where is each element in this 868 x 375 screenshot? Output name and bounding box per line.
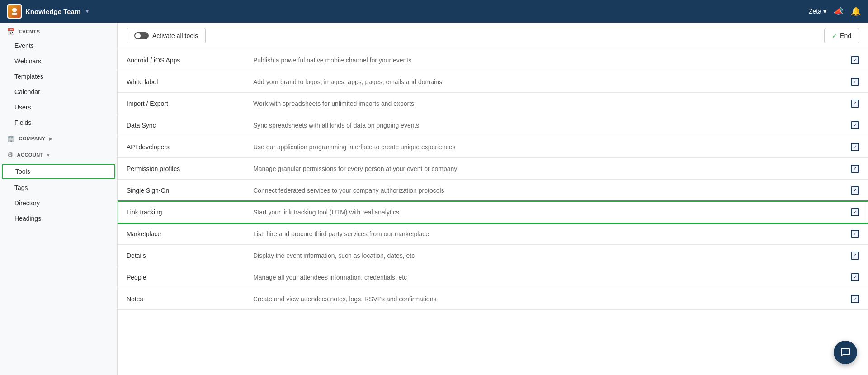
tool-name: Import / Export xyxy=(118,93,244,114)
end-button[interactable]: ✓ End xyxy=(824,28,859,43)
sidebar-item-calendar-label: Calendar xyxy=(14,88,40,95)
tool-checkbox[interactable]: ✓ xyxy=(851,252,859,260)
table-row: White label Add your brand to logos, ima… xyxy=(118,71,868,93)
tool-checkbox-cell: ✓ xyxy=(841,288,868,310)
tool-description: Connect federated services to your compa… xyxy=(244,180,841,201)
user-chevron-icon: ▾ xyxy=(823,8,826,15)
app-logo xyxy=(7,4,22,19)
table-row: Notes Create and view attendees notes, l… xyxy=(118,288,868,310)
table-row: Permission profiles Manage granular perm… xyxy=(118,158,868,180)
account-icon: ⚙ xyxy=(7,151,14,158)
tool-checkbox[interactable]: ✓ xyxy=(851,295,859,303)
tool-checkbox[interactable]: ✓ xyxy=(851,230,859,238)
tool-checkbox[interactable]: ✓ xyxy=(851,143,859,151)
tool-checkbox[interactable]: ✓ xyxy=(851,56,859,64)
tool-checkbox[interactable]: ✓ xyxy=(851,273,859,281)
tool-checkbox-cell: ✓ xyxy=(841,158,868,180)
toggle-icon xyxy=(134,32,149,39)
nav-left: Knowledge Team ▾ xyxy=(7,4,89,19)
sidebar-item-templates-label: Templates xyxy=(14,73,43,80)
tool-description: Sync spreadsheets with all kinds of data… xyxy=(244,114,841,136)
tool-checkbox[interactable]: ✓ xyxy=(851,208,859,216)
tool-description: Add your brand to logos, images, apps, p… xyxy=(244,71,841,93)
tool-checkbox-cell: ✓ xyxy=(841,223,868,245)
top-nav: Knowledge Team ▾ Zeta ▾ 📣 🔔 xyxy=(0,0,868,23)
sidebar-item-headings[interactable]: Headings xyxy=(0,211,117,226)
sidebar-item-fields[interactable]: Fields xyxy=(0,115,117,130)
events-section-header: 📅 EVENTS xyxy=(0,23,117,38)
sidebar-item-tags-label: Tags xyxy=(14,184,28,191)
workspace-chevron-icon[interactable]: ▾ xyxy=(86,8,89,14)
tool-checkbox[interactable]: ✓ xyxy=(851,121,859,129)
table-row: People Manage all your attendees informa… xyxy=(118,266,868,288)
sidebar-item-calendar[interactable]: Calendar xyxy=(0,84,117,100)
chat-icon xyxy=(840,347,851,358)
tools-table: Android / iOS Apps Publish a powerful na… xyxy=(118,49,868,310)
tool-name: Notes xyxy=(118,288,244,310)
tool-checkbox-cell: ✓ xyxy=(841,136,868,158)
sidebar-item-directory[interactable]: Directory xyxy=(0,195,117,211)
tool-checkbox[interactable]: ✓ xyxy=(851,100,859,108)
sidebar-item-webinars-label: Webinars xyxy=(14,57,41,65)
toolbar: Activate all tools ✓ End xyxy=(118,23,868,49)
activate-label: Activate all tools xyxy=(152,32,198,39)
check-icon: ✓ xyxy=(832,32,837,39)
sidebar-item-events-label: Events xyxy=(14,42,34,49)
svg-point-0 xyxy=(12,8,17,12)
tool-checkbox-cell: ✓ xyxy=(841,114,868,136)
svg-rect-1 xyxy=(12,13,17,15)
table-row: Data Sync Sync spreadsheets with all kin… xyxy=(118,114,868,136)
nav-right: Zeta ▾ 📣 🔔 xyxy=(809,6,861,16)
tool-name: API developers xyxy=(118,136,244,158)
sidebar-item-tools-label: Tools xyxy=(15,168,30,175)
sidebar-item-events[interactable]: Events xyxy=(0,38,117,53)
tool-checkbox-cell: ✓ xyxy=(841,71,868,93)
megaphone-icon[interactable]: 📣 xyxy=(834,6,844,16)
tool-description: Create and view attendees notes, logs, R… xyxy=(244,288,841,310)
main-layout: 📅 EVENTS Events Webinars Templates Calen… xyxy=(0,23,868,375)
activate-all-tools-button[interactable]: Activate all tools xyxy=(127,28,206,43)
chat-widget[interactable] xyxy=(834,341,857,364)
bell-icon[interactable]: 🔔 xyxy=(851,6,861,16)
tool-description: Work with spreadsheets for unlimited imp… xyxy=(244,93,841,114)
sidebar-item-users-label: Users xyxy=(14,104,31,111)
table-row: API developers Use our application progr… xyxy=(118,136,868,158)
tool-checkbox[interactable]: ✓ xyxy=(851,165,859,173)
sidebar-item-webinars[interactable]: Webinars xyxy=(0,53,117,69)
sidebar-item-headings-label: Headings xyxy=(14,215,41,222)
account-section-header[interactable]: ⚙ ACCOUNT ▾ xyxy=(0,147,117,163)
tool-name: Link tracking xyxy=(118,201,244,223)
table-row: Link tracking Start your link tracking t… xyxy=(118,201,868,223)
end-label: End xyxy=(840,32,851,39)
tool-description: List, hire and procure third party servi… xyxy=(244,223,841,245)
account-section-label: ACCOUNT xyxy=(17,152,44,157)
tool-checkbox-cell: ✓ xyxy=(841,93,868,114)
company-section-label: COMPANY xyxy=(19,136,46,141)
tool-checkbox-cell: ✓ xyxy=(841,201,868,223)
main-content: Activate all tools ✓ End Android / iOS A… xyxy=(118,23,868,375)
sidebar-item-tools[interactable]: Tools xyxy=(2,164,115,179)
sidebar-item-users[interactable]: Users xyxy=(0,100,117,115)
table-row: Android / iOS Apps Publish a powerful na… xyxy=(118,49,868,71)
tool-checkbox[interactable]: ✓ xyxy=(851,78,859,86)
tool-name: Permission profiles xyxy=(118,158,244,180)
tool-name: Data Sync xyxy=(118,114,244,136)
tool-name: People xyxy=(118,266,244,288)
sidebar-item-templates[interactable]: Templates xyxy=(0,69,117,84)
company-expand-icon: ▶ xyxy=(49,136,53,141)
events-section-label: EVENTS xyxy=(19,29,40,34)
tool-description: Use our application programming interfac… xyxy=(244,136,841,158)
tool-checkbox-cell: ✓ xyxy=(841,49,868,71)
logo-icon xyxy=(10,7,19,16)
workspace-name[interactable]: Knowledge Team xyxy=(25,8,80,15)
tool-checkbox[interactable]: ✓ xyxy=(851,186,859,195)
user-name-label: Zeta xyxy=(809,8,821,15)
tool-name: Marketplace xyxy=(118,223,244,245)
sidebar-item-tags[interactable]: Tags xyxy=(0,180,117,195)
tool-name: Single Sign-On xyxy=(118,180,244,201)
sidebar: 📅 EVENTS Events Webinars Templates Calen… xyxy=(0,23,118,375)
user-menu[interactable]: Zeta ▾ xyxy=(809,8,826,15)
tool-checkbox-cell: ✓ xyxy=(841,245,868,266)
company-section-header[interactable]: 🏢 COMPANY ▶ xyxy=(0,130,117,147)
table-row: Import / Export Work with spreadsheets f… xyxy=(118,93,868,114)
